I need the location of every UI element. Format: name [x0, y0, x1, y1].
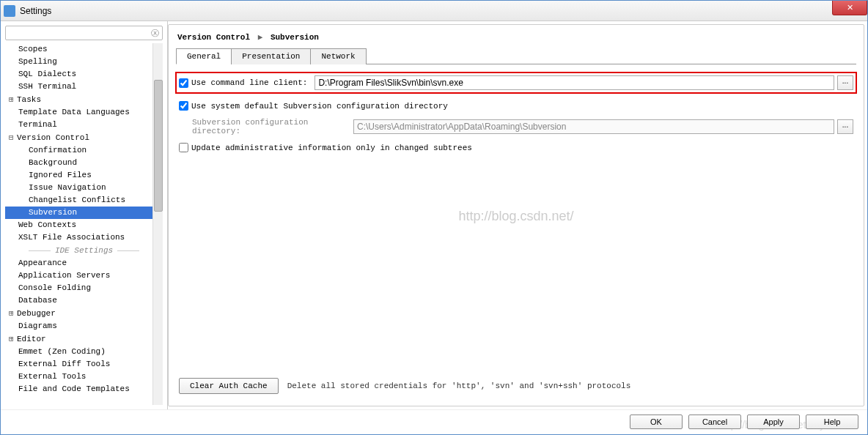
expand-icon[interactable]: ⊞ — [9, 333, 17, 344]
tree-item[interactable]: External Tools — [5, 371, 163, 383]
content-area: ⓧ ScopesSpellingSQL DialectsSSH Terminal… — [1, 21, 867, 409]
tree-item[interactable]: ⊞Editor — [5, 332, 163, 346]
breadcrumb-part: Subversion — [271, 33, 319, 42]
tab-bar: GeneralPresentationNetwork — [176, 48, 856, 64]
tab-panel-general: Use command line client: ... Use system … — [176, 64, 856, 401]
tree-item[interactable]: Issue Navigation — [5, 182, 163, 194]
tree-item-label: Emmet (Zen Coding) — [18, 347, 106, 356]
tree-item[interactable]: XSLT File Associations — [5, 231, 163, 244]
breadcrumb: Version Control ▶ Subversion — [176, 29, 856, 48]
help-button[interactable]: Help — [806, 414, 858, 429]
main-panel: Version Control ▶ Subversion GeneralPres… — [168, 24, 864, 406]
cmdline-checkbox[interactable] — [179, 78, 188, 88]
tree-section-label: IDE Settings — [5, 244, 163, 257]
cancel-button[interactable]: Cancel — [688, 414, 741, 429]
config-dir-input — [353, 119, 834, 134]
tree-item[interactable]: Web Contexts — [5, 219, 163, 231]
clear-auth-button[interactable]: Clear Auth Cache — [179, 378, 279, 394]
tree-item[interactable]: Template Data Languages — [5, 106, 163, 119]
tree-item[interactable]: Emmet (Zen Coding) — [5, 346, 163, 358]
tree-item-label: Diagrams — [18, 321, 57, 330]
tree-item[interactable]: Appearance — [5, 257, 163, 269]
tree-item[interactable]: ⊟Version Control — [5, 131, 163, 144]
tree-item[interactable]: Confirmation — [5, 144, 163, 157]
tree-scrollbar[interactable] — [152, 43, 163, 405]
breadcrumb-sep-icon: ▶ — [258, 33, 263, 42]
config-dir-row: Subversion configuration directory: ... — [192, 118, 853, 135]
cmdline-path-input[interactable] — [315, 75, 834, 90]
cmdline-label: Use command line client: — [191, 78, 307, 87]
clear-search-icon[interactable]: ⓧ — [151, 28, 159, 39]
tree-item-label: Version Control — [17, 133, 89, 142]
clear-auth-row: Clear Auth Cache Delete all stored crede… — [179, 371, 853, 394]
tree-item[interactable]: Database — [5, 294, 163, 307]
expand-icon[interactable]: ⊞ — [9, 308, 17, 319]
tree-item-label: Tasks — [17, 95, 41, 104]
tree-item-label: Appearance — [18, 259, 67, 267]
apply-button[interactable]: Apply — [747, 414, 800, 429]
tree-item-label: Background — [29, 158, 77, 167]
settings-tree[interactable]: ScopesSpellingSQL DialectsSSH Terminal⊞T… — [5, 43, 163, 405]
tab[interactable]: Presentation — [231, 48, 311, 64]
tree-item[interactable]: Console Folding — [5, 282, 163, 294]
expand-icon[interactable]: ⊟ — [9, 132, 17, 143]
tree-item[interactable]: Background — [5, 157, 163, 169]
tree-item-label: Editor — [17, 335, 46, 343]
tree-item[interactable]: Ignored Files — [5, 169, 163, 182]
tree-item-label: Application Servers — [18, 271, 110, 280]
window-title: Settings — [20, 6, 51, 16]
tree-item[interactable]: SQL Dialects — [5, 68, 163, 81]
watermark-text: http://blog.csdn.net/ — [458, 209, 573, 224]
tree-item-label: Subversion — [29, 208, 77, 217]
tree-item-label: External Tools — [18, 372, 86, 381]
tree-item-label: Template Data Languages — [18, 108, 130, 116]
tab[interactable]: Network — [310, 48, 366, 64]
update-admin-label: Update administrative information only i… — [191, 144, 472, 152]
tree-item-label: Web Contexts — [18, 220, 76, 229]
tree-item[interactable]: Terminal — [5, 119, 163, 131]
tree-item-label: Issue Navigation — [29, 183, 106, 192]
tree-item-label: File and Code Templates — [18, 384, 130, 393]
use-default-dir-row: Use system default Subversion configurat… — [179, 101, 853, 111]
cmdline-browse-button[interactable]: ... — [837, 75, 853, 90]
expand-icon[interactable]: ⊞ — [9, 94, 17, 105]
tree-item[interactable]: Subversion — [5, 207, 163, 219]
tree-item[interactable]: Application Servers — [5, 269, 163, 282]
tree-item-label: Scopes — [18, 45, 48, 53]
update-admin-checkbox[interactable] — [179, 143, 188, 152]
tree-item-label: Debugger — [17, 309, 56, 318]
tree-item[interactable]: ⊞Tasks — [5, 93, 163, 106]
tab[interactable]: General — [176, 48, 232, 64]
use-default-dir-label: Use system default Subversion configurat… — [191, 102, 448, 111]
config-dir-browse-button[interactable]: ... — [837, 119, 853, 134]
tree-item-label: External Diff Tools — [18, 360, 110, 368]
app-icon — [4, 5, 15, 17]
tree-item-label: Spelling — [18, 57, 57, 66]
tree-item-label: Console Folding — [18, 283, 91, 292]
search-input[interactable]: ⓧ — [5, 26, 163, 40]
tree-item[interactable]: SSH Terminal — [5, 81, 163, 93]
tree-item[interactable]: File and Code Templates — [5, 383, 163, 395]
titlebar: Settings ✕ — [1, 1, 867, 21]
close-button[interactable]: ✕ — [832, 1, 867, 15]
tree-item-label: Changelist Conflicts — [29, 196, 125, 204]
tree-item-label: SSH Terminal — [18, 82, 76, 91]
tree-item[interactable]: Scopes — [5, 43, 163, 56]
tree-item[interactable]: Spelling — [5, 56, 163, 68]
use-default-dir-checkbox[interactable] — [179, 101, 188, 111]
tree-item-label: Confirmation — [29, 146, 87, 155]
dialog-footer: OK Cancel Apply Help — [1, 409, 867, 433]
sidebar: ⓧ ScopesSpellingSQL DialectsSSH Terminal… — [1, 21, 168, 409]
tree-item-label: Ignored Files — [29, 171, 92, 179]
config-dir-label: Subversion configuration directory: — [192, 118, 346, 135]
cmdline-client-row: Use command line client: ... — [175, 72, 857, 94]
tree-item[interactable]: External Diff Tools — [5, 358, 163, 371]
scrollbar-thumb[interactable] — [154, 80, 163, 212]
tree-item[interactable]: Diagrams — [5, 320, 163, 332]
tree-item-label: Terminal — [18, 120, 57, 129]
breadcrumb-part: Version Control — [177, 33, 250, 42]
ok-button[interactable]: OK — [630, 414, 683, 429]
tree-item[interactable]: ⊞Debugger — [5, 307, 163, 320]
tree-item[interactable]: Changelist Conflicts — [5, 194, 163, 207]
clear-auth-hint: Delete all stored credentials for 'http'… — [287, 382, 631, 390]
